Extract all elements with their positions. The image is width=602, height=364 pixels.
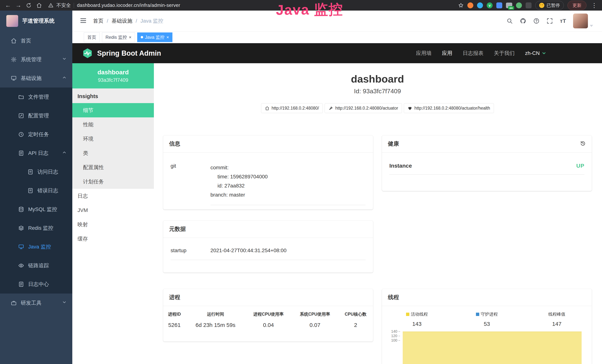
- menu-item-logs[interactable]: 日志: [72, 189, 154, 203]
- fullscreen-icon[interactable]: [547, 18, 553, 24]
- instance-name: dashboard: [97, 69, 129, 76]
- cards-grid: 信息 git commit: time: 1596289704000 id: 2…: [163, 135, 592, 364]
- chart-plot-area: [403, 331, 582, 364]
- sidebar-item-log-center[interactable]: 日志中心: [0, 275, 72, 294]
- search-icon[interactable]: [506, 18, 513, 24]
- close-icon[interactable]: ×: [166, 35, 169, 40]
- metadata-row-startup: startup 2021-04-27T00:44:31.254+08:00: [171, 238, 366, 260]
- back-icon[interactable]: ←: [4, 1, 12, 10]
- nav-wallboard[interactable]: 应用墙: [416, 50, 432, 57]
- browser-home-icon[interactable]: [35, 1, 43, 10]
- browser-actions: v on 已暂停 更新 ⋮: [458, 1, 598, 10]
- menu-item-classes[interactable]: 类: [72, 146, 154, 160]
- font-size-icon[interactable]: тT: [560, 18, 566, 24]
- edit-icon: [18, 113, 24, 119]
- nav-journal[interactable]: 日志报表: [463, 50, 484, 57]
- database-icon: [18, 206, 24, 212]
- tab-java-monitor[interactable]: Java 监控 ×: [137, 32, 172, 42]
- sidebar-item-home[interactable]: 首页: [0, 31, 72, 50]
- header-actions: тT: [506, 13, 593, 28]
- reload-icon[interactable]: [24, 1, 33, 10]
- clock-icon: [18, 131, 24, 137]
- sidebar-item-tracing[interactable]: 链路追踪: [0, 256, 72, 275]
- actuator-url-button[interactable]: http://192.168.0.2:48080/actuator: [325, 103, 402, 113]
- sidebar-item-infrastructure[interactable]: 基础设施: [0, 69, 72, 87]
- sidebar-item-redis[interactable]: Redis 监控: [0, 219, 72, 237]
- doc-icon: [18, 281, 24, 287]
- page-url: dashboard.yudao.iocoder.cn/infra/admin-s…: [77, 2, 180, 8]
- breadcrumb-separator: /: [136, 18, 137, 24]
- browser-menu-icon[interactable]: ⋮: [590, 2, 598, 9]
- extension-on-icon[interactable]: on: [506, 3, 512, 8]
- help-icon[interactable]: [533, 18, 539, 24]
- extension-dark-icon[interactable]: [526, 2, 532, 8]
- extension-grid-icon[interactable]: [496, 2, 502, 8]
- legend-daemon-threads: 守护进程 53: [452, 311, 522, 327]
- metadata-card: 元数据 startup 2021-04-27T00:44:31.254+08:0…: [163, 221, 373, 273]
- breadcrumb-separator: /: [107, 18, 108, 24]
- github-icon[interactable]: [520, 18, 526, 24]
- breadcrumb-home[interactable]: 首页: [93, 17, 103, 24]
- info-value: commit: time: 1596289704000 id: 27aa832 …: [210, 153, 366, 205]
- history-icon[interactable]: [580, 140, 586, 147]
- app-logo[interactable]: 芋道管理系统: [0, 11, 72, 31]
- bookmark-star-icon[interactable]: [458, 3, 464, 8]
- language-select[interactable]: zh-CN: [525, 50, 546, 56]
- address-bar[interactable]: 不安全 dashboard.yudao.iocoder.cn/infra/adm…: [48, 2, 180, 9]
- sidebar-item-config[interactable]: 配置管理: [0, 106, 72, 125]
- instance-sidebar: dashboard 93a3fc7f7409 Insights 细节 性能 环境…: [72, 63, 154, 364]
- sidebar-item-java-monitor[interactable]: Java 监控: [0, 237, 72, 256]
- sidebar-item-jobs[interactable]: 定时任务: [0, 125, 72, 144]
- sidebar-item-system[interactable]: 系统管理: [0, 50, 72, 69]
- annotation-java-monitor: Java 监控: [276, 0, 343, 20]
- active-dot: [141, 36, 143, 38]
- menu-item-caches[interactable]: 缓存: [72, 232, 154, 246]
- instance-header[interactable]: dashboard 93a3fc7f7409: [72, 63, 154, 88]
- extension-leaf-icon[interactable]: [516, 2, 522, 8]
- peak-threads-value: 147: [522, 321, 592, 327]
- extension-orange-icon[interactable]: [467, 2, 473, 8]
- menu-item-metrics[interactable]: 性能: [72, 117, 154, 132]
- log-icon: [18, 150, 24, 156]
- section-insights: Insights: [72, 88, 154, 103]
- paused-badge[interactable]: 已暂停: [535, 1, 564, 10]
- threads-legend: 活动线程 143 守护进程 53: [382, 311, 592, 327]
- col-system-cpu: 系统CPU使用率: [292, 306, 338, 319]
- card-title-metadata: 元数据: [169, 225, 186, 233]
- health-url-button[interactable]: http://192.168.0.2:48080/actuator/health: [404, 103, 494, 113]
- sidebar-item-files[interactable]: 文件管理: [0, 87, 72, 106]
- tab-redis-monitor[interactable]: Redis 监控 ×: [102, 32, 135, 42]
- menu-item-environment[interactable]: 环境: [72, 132, 154, 146]
- update-button[interactable]: 更新: [568, 1, 586, 10]
- breadcrumb-infrastructure[interactable]: 基础设施: [112, 17, 132, 24]
- extension-drop-icon[interactable]: [477, 2, 483, 8]
- close-icon[interactable]: ×: [129, 35, 131, 40]
- sidebar-item-access-log[interactable]: 访问日志: [0, 162, 72, 181]
- sidebar-item-api-log[interactable]: API 日志: [0, 144, 72, 162]
- monitor-icon: [18, 244, 24, 250]
- sidebar-item-dev-tools[interactable]: 研发工具: [0, 294, 72, 312]
- menu-item-config-props[interactable]: 配置属性: [72, 160, 154, 174]
- sba-brand[interactable]: Spring Boot Admin: [82, 48, 161, 59]
- tab-home[interactable]: 首页: [84, 32, 100, 42]
- y-axis-tick: 120: [382, 334, 400, 338]
- nav-applications[interactable]: 应用: [442, 50, 452, 57]
- card-title-health: 健康: [388, 140, 399, 148]
- nav-about[interactable]: 关于我们: [494, 50, 515, 57]
- menu-item-details[interactable]: 细节: [72, 103, 154, 117]
- menu-item-scheduled-tasks[interactable]: 计划任务: [72, 174, 154, 189]
- forward-icon[interactable]: →: [14, 1, 23, 10]
- menu-item-jvm[interactable]: JVM: [72, 203, 154, 217]
- hamburger-icon[interactable]: [80, 17, 87, 25]
- breadcrumb: 首页 / 基础设施 / Java 监控: [93, 17, 163, 24]
- app-title: 芋道管理系统: [22, 17, 54, 25]
- sidebar-item-mysql[interactable]: MySQL 监控: [0, 200, 72, 219]
- menu-item-mappings[interactable]: 映射: [72, 217, 154, 232]
- process-table: 进程ID 运行时间 进程CPU使用率 系统CPU使用率 CPU核心数: [163, 306, 373, 334]
- service-url-button[interactable]: http://192.168.0.2:48080/: [261, 103, 323, 113]
- col-uptime: 运行时间: [186, 306, 245, 319]
- user-menu[interactable]: [573, 13, 593, 28]
- extension-check-icon[interactable]: v: [487, 2, 493, 8]
- sidebar-item-error-log[interactable]: 错误日志: [0, 181, 72, 200]
- pid-value: 5261: [163, 319, 186, 334]
